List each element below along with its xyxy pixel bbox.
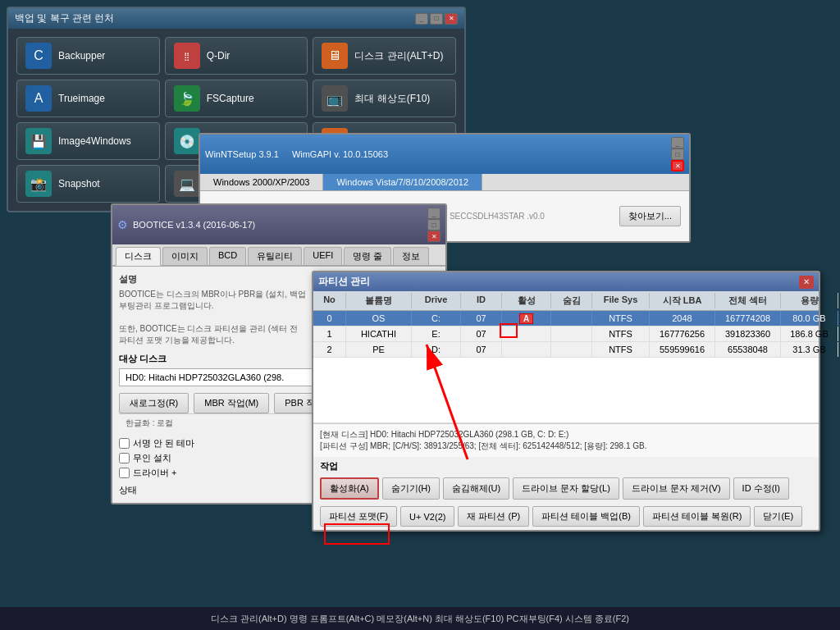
bootice-tab-util[interactable]: 유틸리티 bbox=[248, 247, 302, 265]
col-hidden: 숨김 bbox=[551, 293, 592, 308]
col-name: 볼륨명 bbox=[346, 293, 412, 308]
launcher-resolution[interactable]: 📺 최대 해상도(F10) bbox=[313, 80, 456, 117]
partition-buttons-row1: 활성화(A) 숨기기(H) 숨김해제(U) 드라이브 문자 할당(L) 드라이브… bbox=[313, 474, 819, 503]
winntsetup-tab-vista[interactable]: Windows Vista/7/8/10/2008/2012 bbox=[323, 174, 482, 190]
launcher-snapshot[interactable]: 📸 Snapshot bbox=[16, 165, 160, 203]
driver-label: 드라이버 + bbox=[133, 467, 176, 479]
bootice-tab-bcd[interactable]: BCD bbox=[209, 247, 246, 265]
winntsetup-version: SECCSDLH43STAR .v0.0 bbox=[450, 212, 545, 221]
launcher-qdir[interactable]: ⣿ Q-Dir bbox=[165, 37, 308, 75]
activate-btn[interactable]: 활성화(A) bbox=[320, 477, 379, 500]
status-bar: 디스크 관리(Alt+D) 명령 프롬프트(Alt+C) 메모장(Alt+N) … bbox=[0, 607, 840, 630]
row1-no: 1 bbox=[313, 326, 346, 341]
col-id: ID bbox=[461, 293, 502, 308]
row1-name: HICATHI bbox=[346, 326, 412, 341]
trueimage-icon: A bbox=[25, 85, 52, 112]
table-restore-btn[interactable]: 파티션 테이블 복원(R) bbox=[643, 506, 751, 527]
unhide-btn[interactable]: 숨김해제(U) bbox=[443, 477, 509, 500]
row1-fs: NTFS bbox=[592, 326, 650, 341]
launcher-trueimage[interactable]: A Trueimage bbox=[16, 80, 160, 117]
bootice-mbr-btn[interactable]: MBR 작업(M) bbox=[194, 393, 269, 413]
row2-name: PE bbox=[346, 342, 412, 357]
row2-no: 2 bbox=[313, 342, 346, 357]
partition-manager-window: 파티션 관리 ✕ No 볼륨명 Drive ID 활성 숨김 File Sys … bbox=[312, 271, 820, 532]
hide-btn[interactable]: 숨기기(H) bbox=[382, 477, 440, 500]
partition-table-header: No 볼륨명 Drive ID 활성 숨김 File Sys 시작 LBA 전체… bbox=[313, 291, 819, 311]
partition-buttons-row2: 파티션 포맷(F) U+ V2(2) 재 파티션 (P) 파티션 테이블 백업(… bbox=[313, 503, 819, 530]
bootice-tab-image[interactable]: 이미지 bbox=[162, 247, 208, 265]
partition-empty-area bbox=[313, 358, 819, 423]
launcher-minimize-btn[interactable]: _ bbox=[415, 13, 428, 25]
launcher-image4windows[interactable]: 💾 Image4Windows bbox=[16, 122, 160, 160]
qdir-label: Q-Dir bbox=[207, 50, 231, 62]
unattended-checkbox[interactable] bbox=[119, 453, 130, 463]
bootice-restore-btn[interactable]: □ bbox=[427, 219, 441, 231]
row2-lba: 559599616 bbox=[650, 342, 715, 357]
row0-hidden bbox=[551, 311, 592, 326]
winntsetup-minimize-btn[interactable]: _ bbox=[671, 137, 684, 148]
table-backup-btn[interactable]: 파티션 테이블 백업(B) bbox=[532, 506, 640, 527]
col-fs: File Sys bbox=[592, 293, 650, 308]
row0-name: OS bbox=[346, 311, 412, 326]
fscapture-icon: 🍃 bbox=[174, 85, 200, 112]
launcher-title-bar: 백업 및 복구 관련 런처 _ □ ✕ bbox=[8, 8, 464, 29]
col-lba: 시작 LBA bbox=[650, 293, 715, 308]
snapshot-label: Snapshot bbox=[58, 178, 100, 189]
driver-checkbox[interactable] bbox=[119, 468, 130, 478]
row1-hidden bbox=[551, 326, 592, 341]
close-part-btn[interactable]: 닫기(E) bbox=[754, 506, 802, 527]
winntsetup-tabs: Windows 2000/XP/2003 Windows Vista/7/8/1… bbox=[200, 174, 689, 191]
winntsetup-maximize-btn[interactable]: □ bbox=[671, 148, 684, 160]
bootice-close-btn[interactable]: ✕ bbox=[427, 231, 441, 242]
col-no: No bbox=[313, 293, 346, 308]
image4windows-icon: 💾 bbox=[25, 128, 52, 154]
drive-letter-remove-btn[interactable]: 드라이브 문자 제거(V) bbox=[623, 477, 730, 500]
backupper-icon: C bbox=[25, 43, 52, 69]
winntsetup-tab-xp[interactable]: Windows 2000/XP/2003 bbox=[200, 174, 323, 190]
bootice-title-bar: ⚙ BOOTICE v1.3.4 (2016-06-17) _ □ ✕ bbox=[112, 205, 445, 244]
format-btn[interactable]: 파티션 포맷(F) bbox=[320, 506, 397, 527]
winntsetup-close-btn[interactable]: ✕ bbox=[671, 160, 684, 171]
bootice-newlog-btn[interactable]: 새로그정(R) bbox=[119, 393, 189, 413]
winntsetup-win-controls: _ □ ✕ bbox=[671, 137, 684, 171]
launcher-close-btn[interactable]: ✕ bbox=[445, 13, 458, 25]
fscapture-label: FSCapture bbox=[207, 93, 254, 104]
launcher-disk-mgmt[interactable]: 🖥 디스크 관리(ALT+D) bbox=[313, 37, 456, 75]
unattended-label: 무인 설치 bbox=[133, 452, 171, 464]
bootice-tab-disk[interactable]: 디스크 bbox=[116, 247, 161, 266]
upv2-btn[interactable]: U+ V2(2) bbox=[400, 506, 454, 527]
launcher-maximize-btn[interactable]: □ bbox=[430, 13, 443, 25]
unsigned-theme-checkbox[interactable] bbox=[119, 438, 130, 449]
launcher-fscapture[interactable]: 🍃 FSCapture bbox=[165, 80, 308, 117]
disk-info-line1: [현재 디스크] HD0: Hitachi HDP725032GLA360 (2… bbox=[320, 429, 812, 441]
partition-row-2[interactable]: 2 PE D: 07 NTFS 559599616 65538048 31.3 … bbox=[313, 342, 819, 358]
partition-row-1[interactable]: 1 HICATHI E: 07 NTFS 167776256 391823360… bbox=[313, 326, 819, 342]
launcher-title-text: 백업 및 복구 관련 런처 bbox=[15, 11, 114, 25]
winntsetup-browse-btn[interactable]: 찾아보기... bbox=[619, 206, 681, 226]
row2-drive: D: bbox=[412, 342, 461, 357]
bootice-title-text: BOOTICE v1.3.4 (2016-06-17) bbox=[133, 220, 255, 230]
col-size: 용량 bbox=[781, 293, 838, 308]
bootice-tab-cmdline[interactable]: 명령 줄 bbox=[344, 247, 391, 265]
partition-row-0[interactable]: 0 OS C: 07 A NTFS 2048 167774208 80.0 GB bbox=[313, 311, 819, 326]
bootice-tab-info[interactable]: 정보 bbox=[393, 247, 429, 265]
drive-letter-btn[interactable]: 드라이브 문자 할당(L) bbox=[513, 477, 619, 500]
row1-size: 186.8 GB bbox=[781, 326, 838, 341]
launcher-backupper[interactable]: C Backupper bbox=[16, 37, 160, 75]
bootice-tab-uefi[interactable]: UEFI bbox=[304, 247, 342, 265]
resolution-label: 최대 해상도(F10) bbox=[354, 92, 430, 106]
partition-body: No 볼륨명 Drive ID 활성 숨김 File Sys 시작 LBA 전체… bbox=[313, 291, 819, 530]
bootice-locale: 한글화 : 로컬 bbox=[126, 418, 173, 427]
col-drive: Drive bbox=[412, 293, 461, 308]
launcher-win-controls: _ □ ✕ bbox=[415, 13, 458, 25]
winntsetup-wimgapi: WimGAPI v. 10.0.15063 bbox=[292, 149, 388, 159]
partition-close-btn[interactable]: ✕ bbox=[799, 276, 814, 289]
id-edit-btn[interactable]: ID 수정(I) bbox=[733, 477, 789, 500]
row0-size: 80.0 GB bbox=[781, 311, 838, 326]
bootice-minimize-btn[interactable]: _ bbox=[427, 208, 441, 219]
bootice-tabs: 디스크 이미지 BCD 유틸리티 UEFI 명령 줄 정보 bbox=[112, 244, 445, 267]
row2-hidden bbox=[551, 342, 592, 357]
row2-size: 31.3 GB bbox=[781, 342, 838, 357]
row1-drive: E: bbox=[412, 326, 461, 341]
new-part-btn[interactable]: 재 파티션 (P) bbox=[458, 506, 529, 527]
